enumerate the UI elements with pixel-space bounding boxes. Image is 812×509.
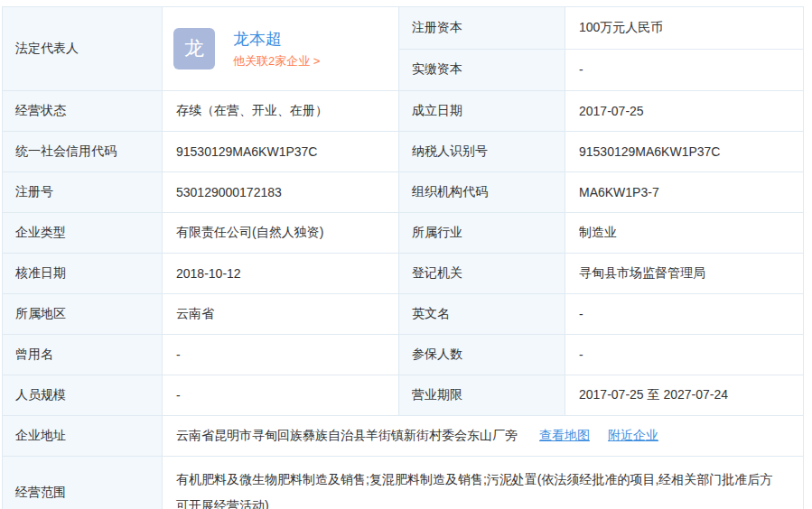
field-value: 91530129MA6KW1P37C: [565, 132, 803, 171]
field-value: 2017-07-25: [565, 91, 803, 131]
paidin-capital-row: 实缴资本 -: [398, 49, 803, 91]
field-label: 参保人数: [398, 335, 565, 375]
nearby-companies-link[interactable]: 附近企业: [608, 428, 658, 444]
row-company-address: 企业地址 云南省昆明市寻甸回族彝族自治县羊街镇新街村委会东山厂旁 查看地图 附近…: [3, 415, 803, 456]
table-row: 曾用名 - 参保人数 -: [3, 334, 803, 375]
field-label: 注册号: [3, 172, 162, 212]
legal-rep-name-link[interactable]: 龙本超: [233, 29, 320, 50]
field-value: -: [565, 50, 803, 91]
field-value: 寻甸县市场监督管理局: [565, 254, 803, 293]
table-row: 核准日期 2018-10-12 登记机关 寻甸县市场监督管理局: [3, 253, 803, 293]
field-label: 曾用名: [3, 335, 162, 375]
legal-rep-label: 法定代表人: [3, 7, 162, 90]
field-label: 核准日期: [3, 254, 162, 293]
field-label: 企业类型: [3, 213, 162, 253]
table-row: 人员规模 - 营业期限 2017-07-25 至 2027-07-24: [3, 375, 803, 415]
field-label: 经营状态: [3, 91, 162, 131]
field-value: 100万元人民币: [565, 7, 803, 49]
field-label: 人员规模: [3, 375, 162, 415]
table-row: 所属地区 云南省 英文名 -: [3, 293, 803, 334]
field-label: 所属行业: [398, 213, 565, 253]
view-map-link[interactable]: 查看地图: [539, 428, 590, 444]
company-info-table: 法定代表人 龙 龙本超 他关联2家企业 > 注册资本 100万元人民币 实缴资本…: [2, 6, 804, 509]
field-value: 2017-07-25 至 2027-07-24: [565, 375, 803, 415]
field-value: 云南省: [162, 294, 398, 334]
capital-cells: 注册资本 100万元人民币 实缴资本 -: [398, 7, 803, 90]
field-value: 制造业: [565, 213, 803, 253]
field-value: -: [162, 375, 398, 415]
scope-value: 有机肥料及微生物肥料制造及销售;复混肥料制造及销售;污泥处置(依法须经批准的项目…: [162, 457, 803, 509]
field-label: 注册资本: [398, 7, 565, 49]
field-value: 530129000172183: [162, 172, 398, 212]
field-label: 英文名: [398, 294, 565, 334]
field-value: 有限责任公司(自然人独资): [162, 213, 398, 253]
legal-rep-avatar: 龙: [173, 28, 215, 69]
field-label: 所属地区: [3, 294, 162, 334]
field-label: 统一社会信用代码: [3, 132, 162, 171]
row-business-scope: 经营范围 有机肥料及微生物肥料制造及销售;复混肥料制造及销售;污泥处置(依法须经…: [3, 456, 803, 509]
table-row: 统一社会信用代码 91530129MA6KW1P37C 纳税人识别号 91530…: [3, 131, 803, 171]
address-cell: 云南省昆明市寻甸回族彝族自治县羊街镇新街村委会东山厂旁 查看地图 附近企业: [162, 416, 803, 456]
field-label: 纳税人识别号: [398, 132, 565, 171]
legal-rep-info: 龙本超 他关联2家企业 >: [233, 29, 320, 68]
field-label: 组织机构代码: [398, 172, 565, 212]
field-value: 91530129MA6KW1P37C: [162, 132, 398, 171]
address-label: 企业地址: [3, 416, 162, 456]
field-value: 2018-10-12: [162, 254, 398, 293]
field-label: 营业期限: [398, 375, 565, 415]
field-label: 成立日期: [398, 91, 565, 131]
field-label: 实缴资本: [398, 50, 565, 91]
field-value: -: [162, 335, 398, 375]
table-row: 企业类型 有限责任公司(自然人独资) 所属行业 制造业: [3, 212, 803, 253]
registered-capital-row: 注册资本 100万元人民币: [398, 7, 803, 49]
legal-rep-cell: 龙 龙本超 他关联2家企业 >: [162, 7, 398, 90]
field-label: 登记机关: [398, 254, 565, 293]
field-value: MA6KW1P3-7: [565, 172, 803, 212]
row-legal-rep: 法定代表人 龙 龙本超 他关联2家企业 > 注册资本 100万元人民币 实缴资本…: [3, 7, 803, 90]
field-value: 存续（在营、开业、在册）: [162, 91, 398, 131]
scope-label: 经营范围: [3, 457, 162, 509]
field-value: -: [565, 335, 803, 375]
table-row: 经营状态 存续（在营、开业、在册） 成立日期 2017-07-25: [3, 90, 803, 131]
related-companies-link[interactable]: 他关联2家企业 >: [233, 54, 320, 69]
table-row: 注册号 530129000172183 组织机构代码 MA6KW1P3-7: [3, 171, 803, 212]
address-text: 云南省昆明市寻甸回族彝族自治县羊街镇新街村委会东山厂旁: [176, 428, 518, 444]
field-value: -: [565, 294, 803, 334]
